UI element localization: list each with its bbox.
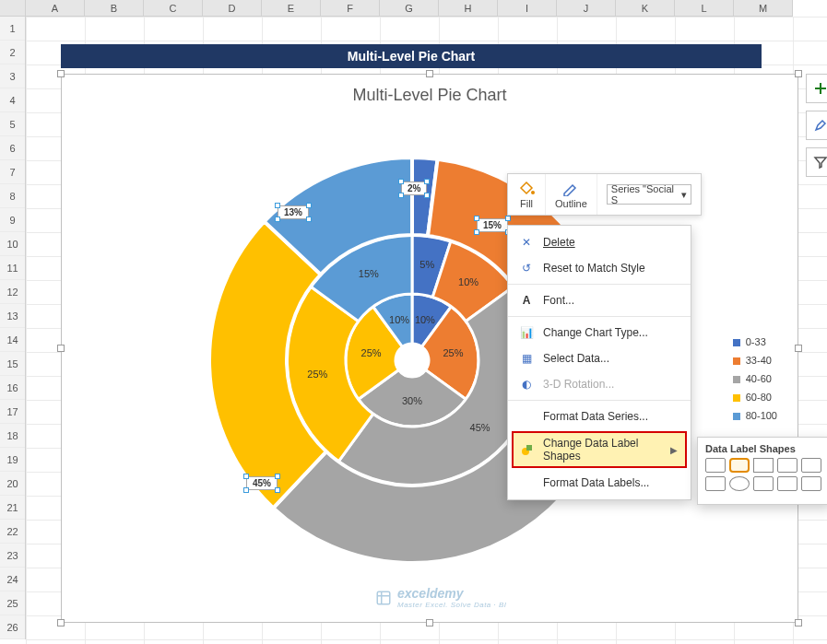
- shape-rect[interactable]: [705, 458, 726, 473]
- row-hd-15[interactable]: 15: [0, 352, 25, 376]
- data-label[interactable]: 10%: [415, 314, 435, 325]
- row-hd-8[interactable]: 8: [0, 184, 25, 208]
- watermark-logo: exceldemy Master Excel. Solve Data · BI: [375, 586, 507, 609]
- selection-handle[interactable]: [57, 70, 65, 77]
- fill-button[interactable]: Fill: [508, 174, 546, 215]
- select-all-corner[interactable]: [0, 0, 26, 16]
- col-hd-D[interactable]: D: [203, 0, 262, 16]
- shape-wedge3[interactable]: [801, 476, 821, 491]
- chart-title[interactable]: Multi-Level Pie Chart: [62, 86, 797, 105]
- selection-handle[interactable]: [57, 345, 65, 352]
- row-hd-11[interactable]: 11: [0, 256, 25, 280]
- col-hd-J[interactable]: J: [557, 0, 616, 16]
- shape-callout-down[interactable]: [705, 476, 726, 491]
- legend-swatch: [733, 394, 740, 402]
- row-hd-14[interactable]: 14: [0, 328, 25, 352]
- selection-handle[interactable]: [795, 345, 802, 352]
- col-hd-M[interactable]: M: [734, 0, 793, 16]
- row-hd-7[interactable]: 7: [0, 160, 25, 184]
- shape-ellipse[interactable]: [729, 476, 750, 491]
- data-label[interactable]: 45%: [470, 422, 490, 433]
- ctx-change-label-shapes[interactable]: Change Data Label Shapes ▶: [512, 431, 687, 468]
- data-label-13[interactable]: 13%: [278, 205, 309, 219]
- legend-item[interactable]: 80-100: [733, 406, 777, 425]
- row-hd-22[interactable]: 22: [0, 520, 25, 544]
- row-hd-3[interactable]: 3: [0, 64, 25, 88]
- data-label[interactable]: 25%: [443, 347, 463, 358]
- data-label-15[interactable]: 15%: [477, 218, 508, 232]
- shape-wedge[interactable]: [753, 476, 774, 491]
- outline-button[interactable]: Outline: [546, 174, 597, 215]
- row-hd-26[interactable]: 26: [0, 615, 25, 639]
- chart-styles-button[interactable]: [806, 111, 827, 140]
- row-hd-16[interactable]: 16: [0, 376, 25, 400]
- row-hd-17[interactable]: 17: [0, 400, 25, 424]
- row-hd-18[interactable]: 18: [0, 424, 25, 448]
- ctx-delete[interactable]: ✕Delete: [508, 229, 691, 255]
- shape-rounded-rect[interactable]: [729, 458, 750, 473]
- data-label[interactable]: 10%: [458, 276, 478, 287]
- row-hd-6[interactable]: 6: [0, 136, 25, 160]
- data-label[interactable]: 15%: [359, 268, 379, 279]
- legend-item[interactable]: 33-40: [733, 351, 777, 369]
- shapes-popup-title: Data Label Shapes: [705, 443, 823, 454]
- selection-handle[interactable]: [795, 70, 802, 77]
- selection-handle[interactable]: [426, 70, 433, 77]
- row-hd-19[interactable]: 19: [0, 448, 25, 472]
- col-hd-H[interactable]: H: [439, 0, 498, 16]
- row-hd-5[interactable]: 5: [0, 112, 25, 136]
- col-hd-I[interactable]: I: [498, 0, 557, 16]
- data-label[interactable]: 10%: [389, 314, 409, 325]
- col-hd-L[interactable]: L: [675, 0, 734, 16]
- row-hd-24[interactable]: 24: [0, 568, 25, 591]
- chart-legend[interactable]: 0-3333-4040-6060-8080-100: [733, 333, 777, 425]
- chart-filters-button[interactable]: [806, 147, 827, 177]
- data-label-2[interactable]: 2%: [401, 181, 427, 195]
- legend-item[interactable]: 0-33: [733, 333, 777, 351]
- selection-handle[interactable]: [795, 619, 802, 626]
- ctx-format-labels[interactable]: Format Data Labels...: [508, 470, 691, 496]
- ctx-format-series[interactable]: Format Data Series...: [508, 404, 691, 429]
- col-hd-C[interactable]: C: [144, 0, 203, 16]
- shape-callout-left[interactable]: [777, 458, 797, 473]
- col-hd-E[interactable]: E: [262, 0, 321, 16]
- row-hd-23[interactable]: 23: [0, 544, 25, 568]
- row-hd-9[interactable]: 9: [0, 208, 25, 232]
- shape-wedge2[interactable]: [777, 476, 797, 491]
- row-hd-2[interactable]: 2: [0, 41, 25, 64]
- col-hd-B[interactable]: B: [85, 0, 144, 16]
- selection-handle[interactable]: [57, 619, 65, 626]
- ctx-font[interactable]: AFont...: [508, 287, 691, 313]
- row-hd-4[interactable]: 4: [0, 88, 25, 112]
- data-label[interactable]: 25%: [307, 369, 327, 380]
- row-hd-13[interactable]: 13: [0, 304, 25, 328]
- col-hd-K[interactable]: K: [616, 0, 675, 16]
- data-label-45[interactable]: 45%: [246, 476, 278, 490]
- legend-item[interactable]: 40-60: [733, 369, 777, 388]
- chart-elements-button[interactable]: [806, 74, 827, 103]
- ctx-reset-style[interactable]: ↺Reset to Match Style: [508, 255, 691, 281]
- context-menu: ✕Delete ↺Reset to Match Style AFont... 📊…: [507, 225, 691, 500]
- row-hd-12[interactable]: 12: [0, 280, 25, 304]
- col-hd-A[interactable]: A: [26, 0, 85, 16]
- data-label[interactable]: 30%: [402, 395, 422, 406]
- ctx-change-chart-type[interactable]: 📊Change Chart Type...: [508, 320, 691, 345]
- row-hd-1[interactable]: 1: [0, 17, 25, 41]
- data-label[interactable]: 25%: [361, 347, 382, 358]
- row-hd-25[interactable]: 25: [0, 591, 25, 615]
- chart-side-buttons: [806, 74, 827, 177]
- worksheet-grid[interactable]: Multi-Level Pie Chart Multi-Level Pie Ch…: [26, 17, 827, 644]
- ctx-select-data[interactable]: ▦Select Data...: [508, 345, 691, 371]
- data-label[interactable]: 5%: [419, 259, 434, 270]
- legend-item[interactable]: 60-80: [733, 388, 777, 406]
- series-selector[interactable]: Series "Social S▾: [597, 174, 701, 215]
- shape-callout-right[interactable]: [753, 458, 774, 473]
- col-hd-G[interactable]: G: [380, 0, 439, 16]
- row-hd-21[interactable]: 21: [0, 496, 25, 520]
- row-hd-20[interactable]: 20: [0, 472, 25, 496]
- row-hd-10[interactable]: 10: [0, 232, 25, 256]
- shape-callout-up[interactable]: [801, 458, 821, 473]
- legend-label: 80-100: [746, 410, 777, 421]
- selection-handle[interactable]: [426, 619, 433, 626]
- col-hd-F[interactable]: F: [321, 0, 380, 16]
